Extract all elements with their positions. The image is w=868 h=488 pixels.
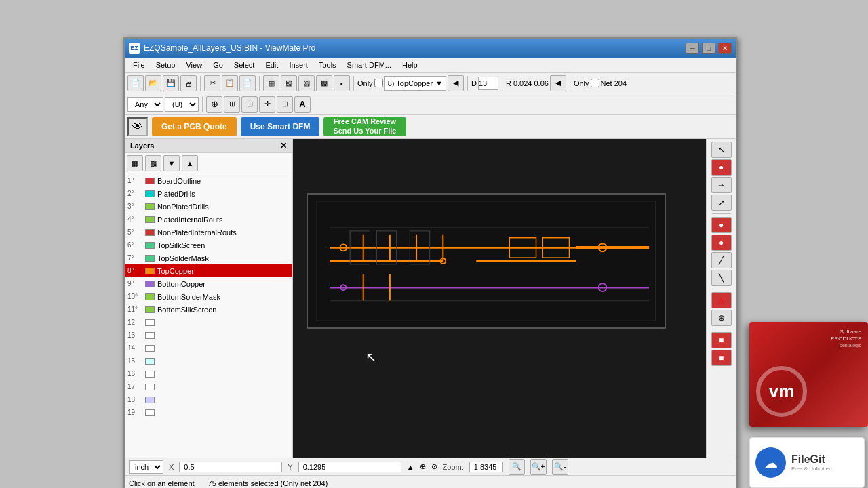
free-cam-review-button[interactable]: Free CAM Review Send Us Your File bbox=[323, 117, 406, 136]
menu-item-tools[interactable]: Tools bbox=[313, 60, 342, 70]
layer-row-1[interactable]: 1°BoardOutline bbox=[125, 174, 292, 187]
menu-item-edit[interactable]: Edit bbox=[260, 60, 283, 70]
unit-dropdown[interactable]: inch mm bbox=[129, 460, 163, 474]
x-input[interactable] bbox=[179, 462, 282, 472]
save-button[interactable]: 💾 bbox=[163, 75, 179, 92]
layer-row-5[interactable]: 5°NonPlatedInternalRouts bbox=[125, 226, 292, 239]
rt-select-btn[interactable]: ↖ bbox=[711, 142, 732, 158]
layer-color-swatch-17 bbox=[145, 384, 155, 390]
layer-down-btn[interactable]: ▼ bbox=[163, 155, 180, 171]
layer-row-10[interactable]: 10°BottomSolderMask bbox=[125, 290, 292, 303]
only-checkbox[interactable] bbox=[374, 79, 383, 87]
grid3-button[interactable]: ▨ bbox=[298, 75, 315, 92]
layer-row-2[interactable]: 2°PlatedDrills bbox=[125, 187, 292, 200]
menu-item-help[interactable]: Help bbox=[397, 60, 423, 70]
layers-close-button[interactable]: ✕ bbox=[280, 141, 287, 150]
layer-grid-btn2[interactable]: ▩ bbox=[145, 155, 161, 171]
rt-orange-btn2[interactable]: ■ bbox=[711, 350, 732, 366]
layer-name-9: BottomCopper bbox=[157, 280, 290, 288]
rt-snap-btn3[interactable]: ● bbox=[711, 235, 732, 251]
print-button[interactable]: 🖨 bbox=[180, 75, 197, 92]
layer-grid-btn1[interactable]: ▦ bbox=[127, 155, 143, 171]
layer-name-11: BottomSilkScreen bbox=[157, 306, 290, 314]
layer-row-19[interactable]: 19 bbox=[125, 406, 292, 419]
selection-message: 75 elements selected (Only net 204) bbox=[208, 479, 328, 487]
rt-orange-btn1[interactable]: ■ bbox=[711, 332, 732, 348]
layer-row-15[interactable]: 15 bbox=[125, 354, 292, 367]
net-checkbox[interactable] bbox=[591, 79, 599, 87]
layer-prev-button[interactable]: ◀ bbox=[448, 75, 464, 92]
layer-row-18[interactable]: 18 bbox=[125, 393, 292, 406]
maximize-button[interactable]: □ bbox=[702, 43, 715, 54]
rt-line-btn2[interactable]: ╲ bbox=[711, 270, 732, 286]
paste-button[interactable]: 📄 bbox=[239, 75, 256, 92]
layer-name-10: BottomSolderMask bbox=[157, 293, 290, 301]
r-button[interactable]: ◀ bbox=[550, 75, 566, 92]
layer-dropdown[interactable]: 8) TopCopper ▼ bbox=[384, 76, 446, 91]
layer-row-3[interactable]: 3°NonPlatedDrills bbox=[125, 200, 292, 213]
layer-row-14[interactable]: 14 bbox=[125, 342, 292, 354]
eye-button[interactable]: 👁 bbox=[127, 117, 148, 136]
snap-btn5[interactable]: ⊞ bbox=[277, 96, 293, 113]
layer-color-swatch-8 bbox=[145, 268, 155, 274]
snap-btn1[interactable]: ⊕ bbox=[206, 96, 222, 113]
grid2-button[interactable]: ▧ bbox=[281, 75, 297, 92]
layer-row-11[interactable]: 11°BottomSilkScreen bbox=[125, 303, 292, 316]
filter-any-dropdown[interactable]: Any bbox=[127, 97, 163, 112]
menu-item-setup[interactable]: Setup bbox=[151, 60, 181, 70]
new-button[interactable]: 📄 bbox=[127, 75, 144, 92]
cut-button[interactable]: ✂ bbox=[204, 75, 220, 92]
only-label: Only bbox=[357, 79, 373, 87]
layer-row-13[interactable]: 13 bbox=[125, 329, 292, 342]
get-pcb-quote-button[interactable]: Get a PCB Quote bbox=[152, 117, 237, 136]
rt-arrow-btn1[interactable]: → bbox=[711, 177, 732, 193]
layers-header: Layers ✕ bbox=[125, 139, 292, 153]
use-smart-dfm-button[interactable]: Use Smart DFM bbox=[241, 117, 320, 136]
canvas-area[interactable]: ↖ bbox=[293, 139, 706, 458]
d-input[interactable] bbox=[478, 77, 498, 90]
layer-row-17[interactable]: 17 bbox=[125, 380, 292, 393]
menu-item-smartdfm[interactable]: Smart DFM... bbox=[342, 60, 397, 70]
filter-u-dropdown[interactable]: (U) bbox=[165, 97, 199, 112]
open-button[interactable]: 📂 bbox=[145, 75, 161, 92]
y-input[interactable] bbox=[298, 462, 401, 472]
layer-row-7[interactable]: 7°TopSolderMask bbox=[125, 251, 292, 264]
click-message: Click on an element bbox=[129, 479, 195, 487]
grid4-button[interactable]: ▩ bbox=[316, 75, 332, 92]
text-btn[interactable]: A bbox=[294, 96, 311, 113]
layers-title: Layers bbox=[130, 142, 154, 150]
x-label: X bbox=[169, 463, 174, 471]
zoom-in-btn[interactable]: 🔍+ bbox=[530, 459, 547, 475]
snap-btn2[interactable]: ⊞ bbox=[224, 96, 240, 113]
only-d-label: D bbox=[471, 79, 477, 87]
grid1-button[interactable]: ▦ bbox=[263, 75, 279, 92]
menu-item-insert[interactable]: Insert bbox=[283, 60, 313, 70]
layer-row-6[interactable]: 6°TopSilkScreen bbox=[125, 239, 292, 251]
layer-tools: ▦ ▩ ▼ ▲ bbox=[125, 153, 292, 174]
layer-row-9[interactable]: 9°BottomCopper bbox=[125, 277, 292, 290]
menu-item-go[interactable]: Go bbox=[208, 60, 229, 70]
grid5-button[interactable]: ▪ bbox=[334, 75, 350, 92]
layer-row-4[interactable]: 4°PlatedInternalRouts bbox=[125, 213, 292, 226]
rt-snap-btn2[interactable]: ● bbox=[711, 217, 732, 233]
minimize-button[interactable]: ─ bbox=[686, 43, 699, 54]
zoom-fit-btn[interactable]: 🔍 bbox=[509, 459, 525, 475]
rt-snap-btn1[interactable]: ● bbox=[711, 159, 732, 176]
rt-line-btn1[interactable]: ╱ bbox=[711, 252, 732, 268]
rt-arrow-btn2[interactable]: ↗ bbox=[711, 195, 732, 211]
zoom-out-btn[interactable]: 🔍- bbox=[552, 459, 568, 475]
layer-row-8[interactable]: 8°TopCopper bbox=[125, 264, 292, 277]
layer-row-12[interactable]: 12 bbox=[125, 316, 292, 329]
layer-row-16[interactable]: 16 bbox=[125, 367, 292, 380]
rt-circle-btn[interactable]: ⊕ bbox=[711, 310, 732, 326]
menu-item-file[interactable]: File bbox=[127, 60, 151, 70]
menu-item-view[interactable]: View bbox=[180, 60, 208, 70]
copy-button[interactable]: 📋 bbox=[222, 75, 238, 92]
layer-name-8: TopCopper bbox=[157, 267, 290, 275]
layer-up-btn[interactable]: ▲ bbox=[182, 155, 198, 171]
close-button[interactable]: ✕ bbox=[718, 43, 732, 54]
snap-btn4[interactable]: ✛ bbox=[259, 96, 275, 113]
rt-triangle-btn[interactable]: △ bbox=[711, 292, 732, 308]
snap-btn3[interactable]: ⊡ bbox=[241, 96, 258, 113]
menu-item-select[interactable]: Select bbox=[229, 60, 260, 70]
